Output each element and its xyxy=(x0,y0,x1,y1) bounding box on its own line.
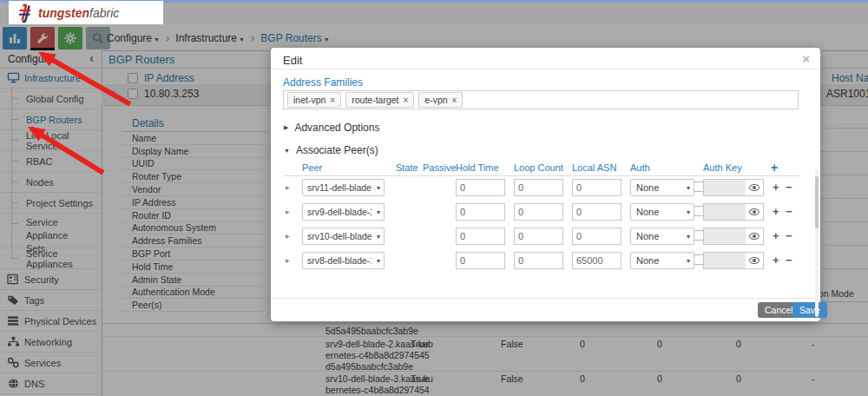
show-password-button[interactable] xyxy=(746,204,763,220)
hold-time-input[interactable] xyxy=(456,228,505,245)
show-password-button[interactable] xyxy=(746,253,763,268)
caret-down-icon: ▾ xyxy=(377,208,380,216)
auth-select[interactable]: None▾ xyxy=(630,203,694,221)
local-asn-input[interactable] xyxy=(572,252,621,269)
peer-select-value: srv8-dell-blade-1.k... xyxy=(307,255,372,266)
loop-count-input[interactable] xyxy=(514,252,563,269)
remove-row-button[interactable]: − xyxy=(786,205,792,218)
add-row-button[interactable]: + xyxy=(773,181,779,194)
caret-down-icon: ▾ xyxy=(377,233,380,241)
local-asn-input[interactable] xyxy=(572,228,621,245)
modal-scrollbar-thumb[interactable] xyxy=(815,176,819,228)
row-expander-icon[interactable]: ▶ xyxy=(286,208,290,214)
auth-select[interactable]: None▾ xyxy=(630,179,694,196)
auth-key-input[interactable] xyxy=(703,203,764,221)
add-peer-button[interactable]: + xyxy=(771,161,778,175)
auth-key-input[interactable] xyxy=(703,228,764,245)
brand-logo[interactable]: tungstenfabric xyxy=(9,1,163,24)
peer-select-value: srv10-dell-blade-3... xyxy=(307,231,372,241)
hold-time-input[interactable] xyxy=(456,252,505,269)
tag-e-vpn[interactable]: e-vpn× xyxy=(418,92,463,108)
local-asn-input[interactable] xyxy=(572,179,621,196)
advanced-options-label: Advanced Options xyxy=(294,122,379,134)
peer-select[interactable]: srv8-dell-blade-1.k...▾ xyxy=(302,252,385,269)
auth-select-value: None xyxy=(636,255,659,266)
auth-select[interactable]: None▾ xyxy=(630,228,694,245)
local-asn-input[interactable] xyxy=(572,203,621,221)
row-expander-icon[interactable]: ▶ xyxy=(286,233,290,239)
brand-name-light: fabric xyxy=(89,6,119,20)
edit-modal: Edit × Address Families inet-vpn× route-… xyxy=(271,48,820,321)
caret-down-icon: ▾ xyxy=(377,257,380,265)
caret-down-icon: ▾ xyxy=(377,184,380,192)
eye-icon xyxy=(749,257,760,264)
hold-time-input[interactable] xyxy=(456,203,505,221)
add-row-button[interactable]: + xyxy=(773,205,779,218)
row-expander-icon[interactable]: ▶ xyxy=(286,184,290,190)
expanded-expander-icon: ▼ xyxy=(284,148,290,154)
address-families-input[interactable]: inet-vpn× route-target× e-vpn× xyxy=(283,90,799,109)
grid-header-peer: Peer xyxy=(302,162,322,173)
address-families-label: Address Families xyxy=(283,76,363,89)
peer-row: ▶ srv11-dell-blade-4...▾ ✓ None▾ + − xyxy=(271,178,820,197)
grid-header-state: State xyxy=(396,162,418,173)
peer-select[interactable]: srv11-dell-blade-4...▾ xyxy=(302,179,385,196)
associate-peers-toggle[interactable]: ▼ Associate Peer(s) xyxy=(284,144,378,156)
tag-label: route-target xyxy=(352,95,398,105)
caret-down-icon: ▾ xyxy=(687,208,690,216)
remove-row-button[interactable]: − xyxy=(786,181,792,194)
caret-down-icon: ▾ xyxy=(687,233,690,241)
peer-select-value: srv9-dell-blade-2.k... xyxy=(307,207,372,217)
close-icon[interactable]: × xyxy=(802,51,810,66)
associate-peers-label: Associate Peer(s) xyxy=(296,144,378,156)
add-row-button[interactable]: + xyxy=(773,229,779,242)
remove-tag-icon[interactable]: × xyxy=(330,96,335,105)
modal-title: Edit xyxy=(283,54,302,67)
add-row-button[interactable]: + xyxy=(773,254,779,267)
grid-header-loop-count: Loop Count xyxy=(514,162,563,173)
caret-down-icon: ▾ xyxy=(687,257,690,265)
auth-key-input[interactable] xyxy=(703,252,764,269)
save-button[interactable]: Save xyxy=(792,302,827,318)
auth-select[interactable]: None▾ xyxy=(630,252,694,269)
remove-row-button[interactable]: − xyxy=(786,229,792,242)
app-window: Configure▼ › Infrastructure▼ › BGP Route… xyxy=(0,0,868,396)
loop-count-input[interactable] xyxy=(514,228,563,245)
grid-header-passive: Passive xyxy=(423,162,457,173)
row-expander-icon[interactable]: ▶ xyxy=(286,257,290,263)
eye-icon xyxy=(749,208,760,215)
peer-row: ▶ srv10-dell-blade-3...▾ ✓ None▾ + − xyxy=(271,227,820,246)
grid-header-auth-key: Auth Key xyxy=(703,162,742,173)
peer-row: ▶ srv9-dell-blade-2.k...▾ ✓ None▾ + − xyxy=(271,202,820,221)
hold-time-input[interactable] xyxy=(456,179,505,196)
loop-count-input[interactable] xyxy=(514,179,563,196)
auth-select-value: None xyxy=(636,231,659,241)
tungsten-fabric-mark-icon xyxy=(16,3,35,23)
collapsed-expander-icon: ▶ xyxy=(284,124,288,131)
grid-header-hold-time: Hold Time xyxy=(456,162,499,173)
tag-label: inet-vpn xyxy=(293,95,326,105)
eye-icon xyxy=(749,233,760,240)
grid-header-local-asn: Local ASN xyxy=(572,162,616,173)
brand-name-bold: tungsten xyxy=(38,6,89,20)
remove-tag-icon[interactable]: × xyxy=(403,96,408,105)
eye-icon xyxy=(749,184,760,191)
peer-select[interactable]: srv10-dell-blade-3...▾ xyxy=(302,228,385,245)
auth-key-input[interactable] xyxy=(703,179,764,196)
tag-label: e-vpn xyxy=(424,95,447,105)
auth-select-value: None xyxy=(636,207,659,217)
tag-route-target[interactable]: route-target× xyxy=(345,92,414,108)
peer-select[interactable]: srv9-dell-blade-2.k...▾ xyxy=(302,203,385,221)
advanced-options-toggle[interactable]: ▶ Advanced Options xyxy=(284,122,379,134)
caret-down-icon: ▾ xyxy=(687,184,690,192)
loop-count-input[interactable] xyxy=(514,203,563,221)
auth-select-value: None xyxy=(636,182,659,193)
show-password-button[interactable] xyxy=(746,180,763,195)
show-password-button[interactable] xyxy=(746,228,763,244)
tag-inet-vpn[interactable]: inet-vpn× xyxy=(287,92,341,108)
remove-row-button[interactable]: − xyxy=(786,254,792,267)
remove-tag-icon[interactable]: × xyxy=(452,96,457,105)
peer-select-value: srv11-dell-blade-4... xyxy=(307,182,372,193)
peer-row: ▶ srv8-dell-blade-1.k...▾ ✓ None▾ + − xyxy=(271,251,820,270)
grid-header-auth: Auth xyxy=(630,162,650,173)
